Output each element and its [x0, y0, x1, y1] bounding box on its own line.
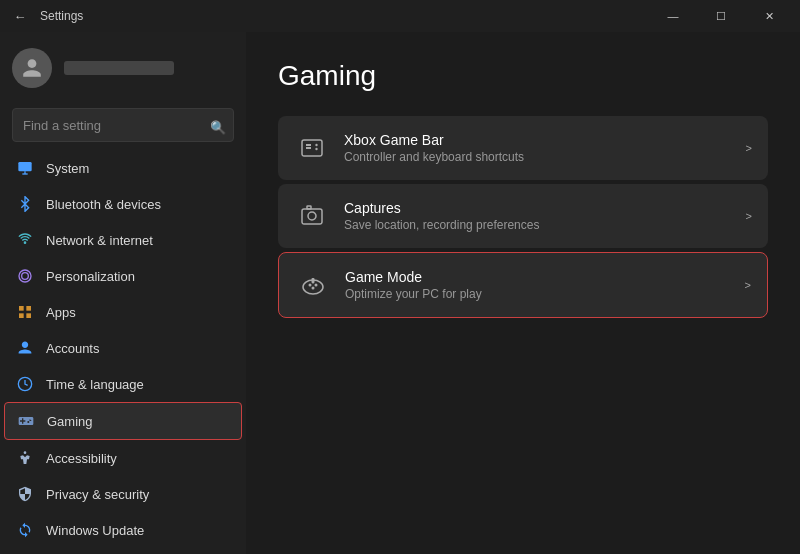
xbox-gameBar-text: Xbox Game Bar Controller and keyboard sh…: [344, 132, 738, 164]
xbox-gameBar-title: Xbox Game Bar: [344, 132, 738, 148]
search-input[interactable]: [12, 108, 234, 142]
svg-point-12: [315, 144, 317, 146]
game-mode-card[interactable]: Game Mode Optimize your PC for play >: [278, 252, 768, 318]
svg-rect-5: [19, 313, 24, 318]
sidebar-item-time-label: Time & language: [46, 377, 144, 392]
captures-title: Captures: [344, 200, 738, 216]
privacy-icon: [16, 485, 34, 503]
sidebar-item-network[interactable]: Network & internet: [4, 222, 242, 258]
user-profile[interactable]: [0, 32, 246, 104]
titlebar-left: ← Settings: [8, 4, 83, 28]
sidebar-item-accessibility-label: Accessibility: [46, 451, 117, 466]
sidebar-item-accounts[interactable]: Accounts: [4, 330, 242, 366]
system-icon: [16, 159, 34, 177]
xbox-gameBar-card[interactable]: Xbox Game Bar Controller and keyboard sh…: [278, 116, 768, 180]
svg-point-15: [308, 212, 316, 220]
captures-text: Captures Save location, recording prefer…: [344, 200, 738, 232]
sidebar-item-network-label: Network & internet: [46, 233, 153, 248]
captures-subtitle: Save location, recording preferences: [344, 218, 738, 232]
game-mode-title: Game Mode: [345, 269, 737, 285]
sidebar-item-gaming-label: Gaming: [47, 414, 93, 429]
sidebar-item-personalization-label: Personalization: [46, 269, 135, 284]
sidebar-item-time[interactable]: Time & language: [4, 366, 242, 402]
svg-point-13: [315, 148, 317, 150]
sidebar-item-system[interactable]: System: [4, 150, 242, 186]
game-mode-chevron-icon: >: [745, 279, 751, 291]
sidebar-item-apps[interactable]: Apps: [4, 294, 242, 330]
svg-point-19: [315, 284, 318, 287]
sidebar: 🔍 System Bluetooth & devices Network & i…: [0, 32, 246, 554]
bluetooth-icon: [16, 195, 34, 213]
sidebar-item-gaming[interactable]: Gaming: [4, 402, 242, 440]
gaming-icon: [17, 412, 35, 430]
page-title: Gaming: [278, 60, 768, 92]
xbox-icon: [294, 130, 330, 166]
window-title: Settings: [40, 9, 83, 23]
sidebar-item-system-label: System: [46, 161, 89, 176]
svg-rect-4: [26, 306, 31, 311]
svg-point-18: [309, 284, 312, 287]
sidebar-item-update[interactable]: Windows Update: [4, 512, 242, 548]
sidebar-item-bluetooth-label: Bluetooth & devices: [46, 197, 161, 212]
xbox-gameBar-subtitle: Controller and keyboard shortcuts: [344, 150, 738, 164]
game-mode-icon: [295, 267, 331, 303]
sidebar-item-personalization[interactable]: Personalization: [4, 258, 242, 294]
apps-icon: [16, 303, 34, 321]
svg-rect-0: [18, 162, 31, 171]
svg-rect-6: [26, 313, 31, 318]
content-area: Gaming Xbox Game Bar Controller and keyb…: [246, 32, 800, 554]
captures-card[interactable]: Captures Save location, recording prefer…: [278, 184, 768, 248]
update-icon: [16, 521, 34, 539]
captures-chevron-icon: >: [746, 210, 752, 222]
sidebar-item-privacy-label: Privacy & security: [46, 487, 149, 502]
minimize-button[interactable]: —: [650, 0, 696, 32]
svg-rect-22: [312, 278, 315, 282]
xbox-chevron-icon: >: [746, 142, 752, 154]
user-name: [64, 61, 174, 75]
personalization-icon: [16, 267, 34, 285]
sidebar-item-accounts-label: Accounts: [46, 341, 99, 356]
captures-icon: [294, 198, 330, 234]
svg-rect-10: [306, 144, 311, 146]
game-mode-text: Game Mode Optimize your PC for play: [345, 269, 737, 301]
svg-rect-9: [302, 140, 322, 156]
svg-rect-16: [307, 206, 311, 209]
svg-rect-3: [19, 306, 24, 311]
titlebar: ← Settings — ☐ ✕: [0, 0, 800, 32]
svg-rect-11: [306, 147, 311, 149]
game-mode-subtitle: Optimize your PC for play: [345, 287, 737, 301]
window-controls: — ☐ ✕: [650, 0, 792, 32]
close-button[interactable]: ✕: [746, 0, 792, 32]
time-icon: [16, 375, 34, 393]
sidebar-item-privacy[interactable]: Privacy & security: [4, 476, 242, 512]
svg-point-8: [24, 451, 27, 454]
search-container: 🔍: [0, 104, 246, 150]
back-button[interactable]: ←: [8, 4, 32, 28]
svg-point-21: [312, 287, 315, 290]
maximize-button[interactable]: ☐: [698, 0, 744, 32]
sidebar-item-apps-label: Apps: [46, 305, 76, 320]
main-content: 🔍 System Bluetooth & devices Network & i…: [0, 32, 800, 554]
accounts-icon: [16, 339, 34, 357]
network-icon: [16, 231, 34, 249]
accessibility-icon: [16, 449, 34, 467]
sidebar-item-update-label: Windows Update: [46, 523, 144, 538]
sidebar-item-accessibility[interactable]: Accessibility: [4, 440, 242, 476]
avatar: [12, 48, 52, 88]
sidebar-item-bluetooth[interactable]: Bluetooth & devices: [4, 186, 242, 222]
